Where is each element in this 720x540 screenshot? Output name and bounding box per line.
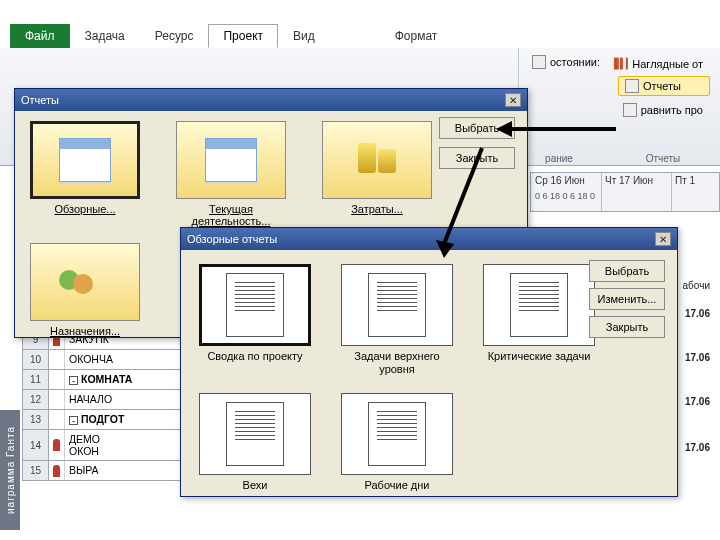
report-overview[interactable]: Обзорные... xyxy=(25,121,145,227)
document-icon xyxy=(368,273,426,337)
calendar-icon xyxy=(59,138,111,182)
tab-task[interactable]: Задача xyxy=(70,24,140,48)
collapse-icon[interactable]: - xyxy=(69,416,78,425)
document-icon xyxy=(226,273,284,337)
report-working-days[interactable]: Рабочие дни xyxy=(337,393,457,492)
document-icon xyxy=(226,402,284,466)
collapse-icon[interactable]: - xyxy=(69,376,78,385)
dialog-title: Обзорные отчеты xyxy=(187,233,277,245)
document-icon xyxy=(368,402,426,466)
overview-reports-dialog: Обзорные отчеты ✕ Сводка по проекту Зада… xyxy=(180,227,678,497)
timeline-hours: 0 6 18 0 6 18 0 xyxy=(535,191,595,201)
tab-project[interactable]: Проект xyxy=(208,24,278,48)
document-icon xyxy=(510,273,568,337)
people-icon xyxy=(57,260,113,304)
compare-icon xyxy=(623,103,637,117)
tab-format[interactable]: Формат xyxy=(380,24,453,48)
dialog-titlebar[interactable]: Отчеты ✕ xyxy=(15,89,527,111)
select-button[interactable]: Выбрать xyxy=(439,117,515,139)
tab-view[interactable]: Вид xyxy=(278,24,330,48)
timeline-day: Чт 17 Июн xyxy=(605,175,653,186)
close-icon[interactable]: ✕ xyxy=(655,232,671,246)
gantt-chart-label: иаграмма Ганта xyxy=(0,410,20,530)
report-icon xyxy=(625,79,639,93)
coins-icon xyxy=(354,139,400,181)
close-button[interactable]: Закрыть xyxy=(589,316,665,338)
report-critical-tasks[interactable]: Критические задачи xyxy=(479,264,599,375)
edit-button[interactable]: Изменить... xyxy=(589,288,665,310)
select-button[interactable]: Выбрать xyxy=(589,260,665,282)
report-assignments[interactable]: Назначения... xyxy=(25,243,145,337)
compare-projects-button[interactable]: равнить про xyxy=(616,100,710,120)
close-button[interactable]: Закрыть xyxy=(439,147,515,169)
report-project-summary[interactable]: Сводка по проекту xyxy=(195,264,315,375)
report-costs[interactable]: Затраты... xyxy=(317,121,437,227)
tab-resource[interactable]: Ресурс xyxy=(140,24,209,48)
report-current-activity[interactable]: Текущая деятельность... xyxy=(171,121,291,227)
ribbon-tabs: Файл Задача Ресурс Проект Вид Формат xyxy=(10,24,452,48)
calendar-search-icon xyxy=(205,138,257,182)
person-icon xyxy=(53,465,60,477)
report-top-level-tasks[interactable]: Задачи верхнего уровня xyxy=(337,264,457,375)
close-icon[interactable]: ✕ xyxy=(505,93,521,107)
timeline-day: Ср 16 Июн xyxy=(535,175,585,186)
timeline-day: Пт 1 xyxy=(675,175,695,186)
ribbon-group-label-2: рание xyxy=(529,153,589,164)
reports-button[interactable]: Отчеты xyxy=(618,76,710,96)
ribbon-group-reports: остоянии: Наглядные от Отчеты равнить пр… xyxy=(518,48,718,166)
visual-reports-button[interactable]: Наглядные от xyxy=(607,54,710,74)
dialog-title: Отчеты xyxy=(21,94,59,106)
dialog-titlebar[interactable]: Обзорные отчеты ✕ xyxy=(181,228,677,250)
report-milestones[interactable]: Вехи xyxy=(195,393,315,492)
bar-chart-icon xyxy=(614,57,628,71)
timeline-header: Ср 16 Июн Чт 17 Июн Пт 1 0 6 18 0 6 18 0 xyxy=(530,172,720,212)
tab-file[interactable]: Файл xyxy=(10,24,70,48)
ribbon-group-label: Отчеты xyxy=(618,153,708,164)
calendar-icon xyxy=(532,55,546,69)
person-icon xyxy=(53,439,60,451)
